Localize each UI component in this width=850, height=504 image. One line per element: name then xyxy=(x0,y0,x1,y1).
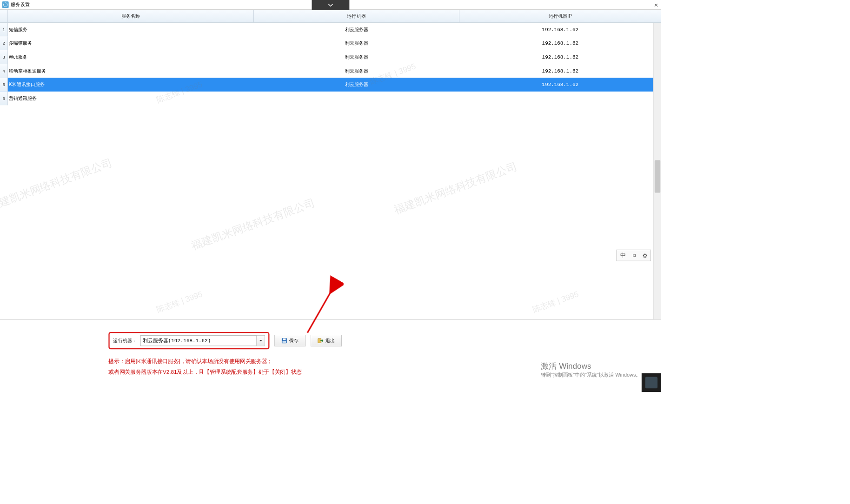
table-row[interactable]: 4移动掌柜推送服务利云服务器192.168.1.62 xyxy=(0,64,661,78)
combobox-dropdown-button[interactable] xyxy=(256,336,264,346)
scrollbar-thumb[interactable] xyxy=(655,160,660,193)
cell-service-name: 移动掌柜推送服务 xyxy=(8,67,254,74)
caret-down-icon xyxy=(259,339,263,343)
window-title: 服务设置 xyxy=(11,1,29,8)
vertical-scrollbar[interactable] xyxy=(653,23,661,319)
ime-symbol: ✿ xyxy=(643,252,647,259)
cell-machine: 利云服务器 xyxy=(254,67,459,74)
machine-label: 运行机器： xyxy=(113,338,137,344)
cell-service-name: 短信服务 xyxy=(8,27,254,33)
ime-mode: 中 xyxy=(620,252,626,259)
col-header-machine[interactable]: 运行机器 xyxy=(254,10,459,22)
table-row[interactable]: 2多嘴猫服务利云服务器192.168.1.62 xyxy=(0,37,661,51)
cell-machine: 利云服务器 xyxy=(254,27,459,33)
row-number: 4 xyxy=(0,64,8,78)
table-row[interactable]: 5K米通讯接口服务利云服务器192.168.1.62 xyxy=(0,78,661,92)
row-number: 2 xyxy=(0,37,8,51)
taskbar-corner[interactable] xyxy=(642,373,661,392)
cell-service-name: Web服务 xyxy=(8,54,254,60)
col-header-name[interactable]: 服务名称 xyxy=(8,10,254,22)
table-row[interactable]: 3Web服务利云服务器192.168.1.62 xyxy=(0,50,661,64)
cell-ip: 192.168.1.62 xyxy=(459,40,661,46)
cell-machine: 利云服务器 xyxy=(254,54,459,60)
save-icon xyxy=(281,338,287,343)
svg-rect-2 xyxy=(283,338,286,340)
cell-service-name: 营销通讯服务 xyxy=(8,95,254,102)
cell-ip: 192.168.1.62 xyxy=(459,82,661,87)
col-header-ip[interactable]: 运行机器IP xyxy=(459,10,661,22)
highlight-box: 运行机器： 利云服务器(192.168.1.62) xyxy=(108,332,269,349)
save-button-label: 保存 xyxy=(289,338,299,344)
cell-machine: 利云服务器 xyxy=(254,81,459,88)
machine-combobox[interactable]: 利云服务器(192.168.1.62) xyxy=(140,335,265,346)
svg-rect-3 xyxy=(282,341,286,343)
table-row[interactable]: 6营销通讯服务 xyxy=(0,92,661,106)
cell-ip: 192.168.1.62 xyxy=(459,27,661,33)
annotation-arrow xyxy=(300,275,344,340)
combobox-value: 利云服务器(192.168.1.62) xyxy=(141,338,257,344)
svg-line-0 xyxy=(307,282,336,333)
cell-service-name: K米通讯接口服务 xyxy=(8,81,254,88)
cell-ip: 192.168.1.62 xyxy=(459,68,661,73)
close-button[interactable]: × xyxy=(654,1,658,9)
cell-service-name: 多嘴猫服务 xyxy=(8,40,254,46)
cell-machine: 利云服务器 xyxy=(254,40,459,46)
activate-title: 激活 Windows xyxy=(541,361,641,371)
grid-header: 服务名称 运行机器 运行机器IP xyxy=(0,10,661,23)
row-number: 6 xyxy=(0,92,8,106)
table-row[interactable]: 1短信服务利云服务器192.168.1.62 xyxy=(0,23,661,37)
chevron-down-icon xyxy=(327,1,334,9)
activate-subtitle: 转到"控制面板"中的"系统"以激活 Windows。 xyxy=(541,372,641,378)
ime-indicator[interactable]: 中 ⌑ ✿ xyxy=(616,250,651,261)
row-number: 3 xyxy=(0,50,8,64)
services-grid: 服务名称 运行机器 运行机器IP 1短信服务利云服务器192.168.1.622… xyxy=(0,9,661,319)
dropdown-tab[interactable] xyxy=(312,0,349,10)
row-number: 1 xyxy=(0,23,8,37)
ime-shape: ⌑ xyxy=(633,252,636,259)
cell-ip: 192.168.1.62 xyxy=(459,54,661,60)
activate-windows-watermark: 激活 Windows 转到"控制面板"中的"系统"以激活 Windows。 xyxy=(541,361,641,378)
app-icon xyxy=(2,1,9,8)
row-number: 5 xyxy=(0,78,8,92)
